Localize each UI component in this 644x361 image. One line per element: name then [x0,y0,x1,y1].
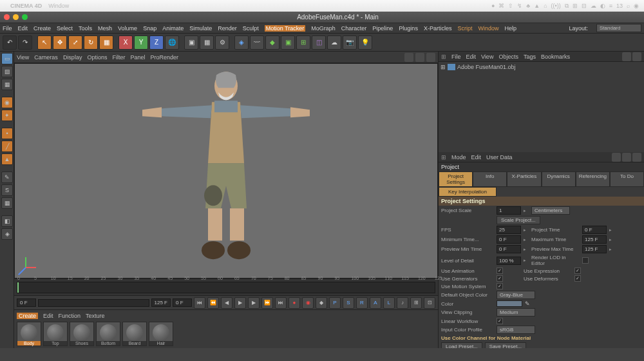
om-objects[interactable]: Objects [498,54,518,60]
snap-toggle[interactable]: S [1,184,13,196]
tweak-mode[interactable]: ✎ [1,171,13,183]
render-region[interactable]: ▦ [200,35,214,50]
y-axis-lock[interactable]: Y [134,35,148,50]
key-pos[interactable]: P [329,297,341,309]
point-mode[interactable]: • [1,128,13,139]
tray-icon[interactable]: ▲ [534,3,540,10]
menu-mesh[interactable]: Mesh [98,25,112,32]
om-bookmarks[interactable]: Bookmarks [541,54,570,60]
object-mode[interactable]: ◉ [1,97,13,108]
menu-window[interactable]: Window [478,25,498,32]
move-tool[interactable]: ✥ [53,35,67,50]
key-rot[interactable]: R [356,297,368,309]
am-icon[interactable] [632,153,641,162]
color-picker-icon[interactable]: ✎ [525,300,530,307]
chk-lw[interactable]: ✓ [497,318,503,324]
chk-lod-r[interactable] [582,257,589,264]
menu-file[interactable]: File [3,25,12,32]
vp-icon[interactable] [404,53,413,62]
vp-icon[interactable] [426,53,435,62]
add-cube[interactable]: ◈ [234,35,249,50]
tray-icon[interactable]: ⇧ [508,3,513,10]
zoom-button[interactable] [22,14,28,20]
tray-icon[interactable]: ◉ [634,3,639,10]
tab-referencing[interactable]: Referencing [576,171,610,187]
menu-snap[interactable]: Snap [143,25,156,32]
wp-toggle[interactable]: ▦ [1,197,13,209]
recent-tool[interactable]: ▦ [99,35,113,50]
play[interactable]: ▶ [234,297,246,309]
undo-button[interactable]: ↶ [3,35,17,50]
viewport[interactable] [14,63,438,278]
menu-motiontracker[interactable]: Motion Tracker [265,25,306,32]
viewport-solo[interactable]: ◧ [1,215,13,227]
add-deformer[interactable]: ◫ [312,35,326,50]
tray-icon[interactable]: ≡ [609,3,612,10]
mac-menu-window[interactable]: Window [48,3,69,9]
add-generator[interactable]: ◆ [265,35,279,50]
expand-icon[interactable]: ⊞ [440,64,446,70]
am-edit[interactable]: Edit [471,154,482,161]
mac-app-name[interactable]: CINEMA 4D [10,3,42,9]
poly-mode[interactable]: ▲ [1,153,13,165]
om-edit[interactable]: Edit [466,54,477,60]
workplane-mode[interactable]: ▦ [1,79,13,90]
chk-expr[interactable]: ✓ [574,268,581,274]
tray-icon[interactable]: ((•)) [551,3,561,10]
add-spline[interactable]: 〰 [250,35,264,50]
tl-start[interactable]: 0 F [17,298,36,307]
chk-anim[interactable]: ✓ [497,268,503,274]
tray-icon[interactable]: ↯ [517,3,522,10]
tray-icon[interactable]: ● [491,3,495,10]
sel-objc[interactable]: Gray-Blue [497,291,535,299]
select-tool[interactable]: ↖ [37,35,52,50]
material-hair[interactable]: Hair [149,322,173,346]
add-subdiv[interactable]: ▣ [281,35,295,50]
object-tree[interactable]: ⊞ Adobe FuseMan01.obj [439,62,644,152]
timeline-track[interactable]: 0510152025303540455055606570758085909510… [17,282,435,293]
rotate-tool[interactable]: ↻ [84,35,98,50]
val-scale[interactable]: 1 [497,206,521,215]
tray-icon[interactable]: ☁ [591,3,596,10]
om-file[interactable]: File [451,54,461,60]
val-fps[interactable]: 25 [497,226,521,234]
object-item[interactable]: ⊞ Adobe FuseMan01.obj [440,64,642,70]
axis-mode[interactable]: ✦ [1,110,13,121]
timeline[interactable]: 0510152025303540455055606570758085909510… [14,278,438,295]
chk-mot[interactable]: ✓ [497,283,503,289]
val-mint[interactable]: 0 F [497,235,521,244]
xray-mode[interactable]: ◈ [1,228,13,240]
tab-todo[interactable]: To Do [610,171,644,187]
val-ptime[interactable]: 0 F [582,226,607,234]
vp-filter[interactable]: Filter [112,54,125,61]
tray-icon[interactable]: ⌘ [498,3,504,10]
tab-project-settings[interactable]: Project Settings [439,171,473,187]
menu-render[interactable]: Render [218,25,237,32]
val-lod[interactable]: 100 % [497,257,521,265]
minimize-button[interactable] [13,14,19,20]
play-mode[interactable]: ⊞ [410,297,422,309]
layout-dropdown[interactable]: Standard [596,24,641,32]
vp-display[interactable]: Display [63,54,82,61]
tray-icon[interactable]: ⊞ [573,3,578,10]
tl-range[interactable] [38,299,149,307]
chk-gen[interactable]: ✓ [497,275,503,282]
mat-tab-texture[interactable]: Texture [86,313,105,319]
material-bottom[interactable]: Bottom [96,322,120,346]
om-icon[interactable] [632,52,641,61]
sel-icp[interactable]: sRGB [497,326,535,334]
object-name[interactable]: Adobe FuseMan01.obj [457,64,516,70]
menu-tools[interactable]: Tools [79,25,92,32]
z-axis-lock[interactable]: Z [149,35,164,50]
vp-view[interactable]: View [17,54,29,61]
material-shoes[interactable]: Shoes [70,322,94,346]
next-key[interactable]: ⏩ [261,297,273,309]
om-icon[interactable] [622,52,631,61]
key-param[interactable]: A [370,297,381,309]
btn-load-preset[interactable]: Load Preset... [441,342,482,348]
menu-animate[interactable]: Animate [162,25,184,32]
render-settings[interactable]: ⚙ [215,35,229,50]
menu-plugins[interactable]: Plugins [399,25,418,32]
sel-units[interactable]: Centimeters [531,206,570,215]
tray-icon[interactable]: ◐ [600,3,605,10]
